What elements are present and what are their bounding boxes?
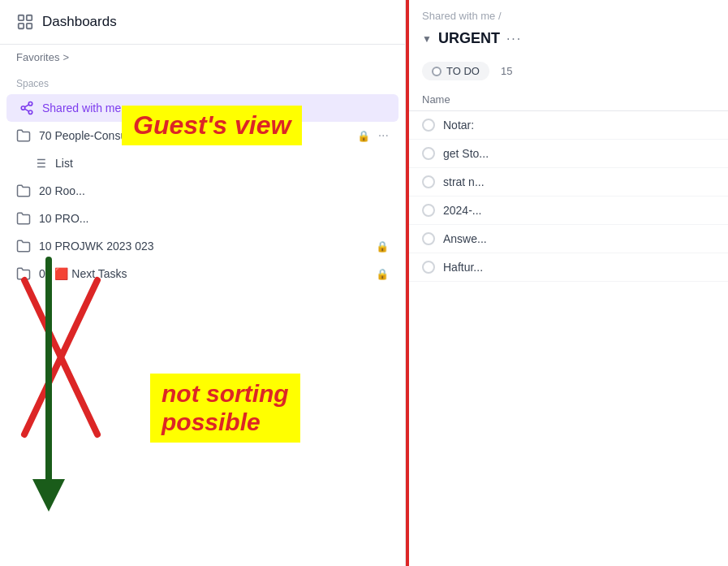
folder-icon-0 (16, 128, 31, 143)
right-panel: Shared with me / ▼ URGENT ··· TO DO 15 N… (406, 0, 728, 566)
chevron-down-icon[interactable]: ▼ (422, 33, 432, 45)
lock-icon-5: 🔒 (376, 268, 389, 280)
task-status-4 (422, 232, 435, 245)
svg-line-8 (24, 105, 28, 107)
task-name-0: Notar: (443, 119, 474, 132)
todo-label: TO DO (446, 65, 480, 77)
folder-icon-4 (16, 239, 31, 253)
nav-item-5[interactable]: 00 🟥 Next Tasks 🔒 (0, 260, 405, 287)
task-name-3: 2024-... (443, 204, 481, 217)
name-column-header: Name (406, 89, 728, 111)
nav-item-text-1: List (55, 157, 389, 170)
task-name-1: get Sto... (443, 147, 489, 160)
share-icon (19, 101, 34, 115)
task-status-2 (422, 175, 435, 188)
nav-item-3[interactable]: 10 PRO... (0, 205, 405, 232)
urgent-header: ▼ URGENT ··· (406, 25, 728, 57)
svg-point-4 (28, 102, 32, 106)
task-list: Notar: get Sto... strat n... 2024-... An… (406, 111, 728, 282)
task-item-4[interactable]: Answe... (406, 225, 728, 253)
lock-icon-4: 🔒 (376, 240, 389, 253)
folder-icon-3 (16, 211, 31, 226)
todo-row: TO DO 15 (406, 57, 728, 89)
task-item-0[interactable]: Notar: (406, 111, 728, 140)
task-name-2: strat n... (443, 175, 485, 188)
task-item-5[interactable]: Haftur... (406, 253, 728, 282)
lock-icon-0: 🔒 (357, 130, 370, 142)
nav-item-text-2: 20 Roo... (39, 184, 389, 197)
task-item-1[interactable]: get Sto... (406, 140, 728, 168)
favorites-row: Favorites > (0, 45, 405, 70)
todo-count: 15 (501, 65, 512, 77)
svg-marker-18 (32, 479, 65, 512)
breadcrumb: Shared with me / (406, 0, 728, 25)
svg-rect-0 (19, 15, 24, 20)
task-item-3[interactable]: 2024-... (406, 197, 728, 225)
svg-rect-2 (19, 24, 24, 28)
shared-with-me-label: Shared with me (42, 102, 121, 114)
sidebar: Dashboards Favorites > Spaces Shared wit… (0, 0, 406, 566)
dashboard-icon (16, 13, 34, 31)
favorites-label: Favorites (16, 51, 59, 63)
green-arrow-overlay (28, 252, 69, 523)
red-x-overlay (16, 272, 106, 454)
svg-rect-3 (27, 24, 32, 28)
task-status-3 (422, 204, 435, 217)
folder-icon-2 (16, 184, 31, 198)
folder-icon-5 (16, 266, 31, 281)
sidebar-title: Dashboards (42, 14, 117, 30)
task-item-2[interactable]: strat n... (406, 168, 728, 197)
nav-item-1[interactable]: List (0, 149, 405, 177)
task-status-5 (422, 261, 435, 274)
svg-rect-1 (27, 15, 32, 20)
task-name-4: Answe... (443, 232, 487, 245)
nav-item-text-3: 10 PRO... (39, 212, 389, 225)
task-status-0 (422, 119, 435, 132)
urgent-more-icon[interactable]: ··· (506, 32, 522, 46)
annotation-sorting: not sortingpossible (150, 374, 300, 443)
todo-status-circle (432, 67, 442, 76)
svg-line-15 (24, 280, 97, 434)
task-name-5: Haftur... (443, 261, 483, 274)
svg-point-6 (28, 110, 32, 114)
spaces-label: Spaces (0, 70, 405, 94)
red-border (406, 0, 409, 566)
nav-item-text-4: 10 PROJWK 2023 023 (39, 240, 368, 253)
urgent-title: URGENT (438, 30, 500, 47)
nav-item-2[interactable]: 20 Roo... (0, 177, 405, 205)
svg-line-7 (24, 109, 28, 111)
more-icon-0[interactable]: ··· (378, 128, 389, 143)
annotation-guest: Guest's view (122, 106, 302, 145)
svg-line-16 (24, 280, 97, 434)
annotation-guest-text: Guest's view (133, 110, 291, 140)
sidebar-header: Dashboards (0, 0, 405, 45)
nav-item-text-5: 00 🟥 Next Tasks (39, 267, 368, 280)
nav-item-4[interactable]: 10 PROJWK 2023 023 🔒 (0, 232, 405, 260)
list-icon-1 (32, 156, 47, 171)
annotation-sorting-text: not sortingpossible (162, 380, 289, 436)
task-status-1 (422, 147, 435, 160)
todo-badge[interactable]: TO DO (422, 62, 489, 80)
svg-point-5 (21, 106, 25, 110)
favorites-chevron: > (62, 51, 69, 63)
